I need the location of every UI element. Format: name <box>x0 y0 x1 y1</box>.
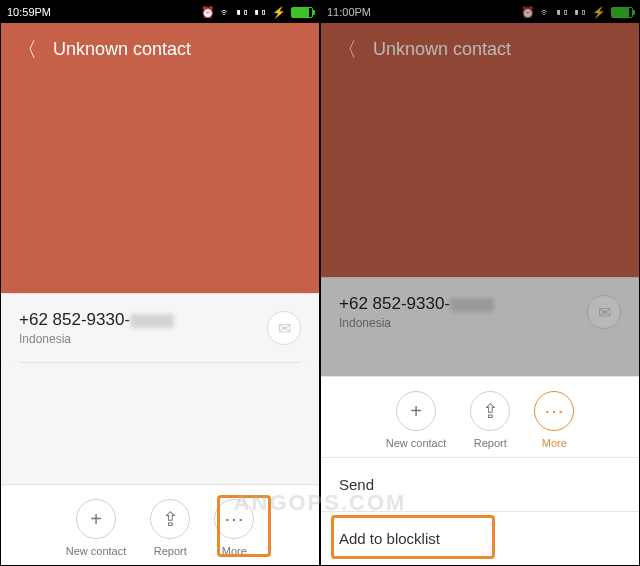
message-icon[interactable]: ✉ <box>267 311 301 345</box>
report-icon: ⇪ <box>150 499 190 539</box>
plus-icon: + <box>396 391 436 431</box>
report-icon: ⇪ <box>470 391 510 431</box>
status-bar: 11:00PM ⏰ ᯤ ▮▯ ▮▯ ⚡ <box>321 1 639 23</box>
status-time: 10:59PM <box>7 6 51 18</box>
menu-send[interactable]: Send <box>321 457 639 511</box>
report-button[interactable]: ⇪ Report <box>470 391 510 449</box>
battery-icon <box>291 7 313 18</box>
back-icon[interactable]: 〈 <box>337 39 357 59</box>
page-title: Unknown contact <box>373 39 511 60</box>
menu-add-blocklist[interactable]: Add to blocklist <box>321 511 639 565</box>
phone-number: +62 852-9330- <box>19 310 174 330</box>
more-menu-sheet: Send Add to blocklist <box>321 457 639 565</box>
bottom-toolbar: + New contact ⇪ Report ⋯ More <box>321 376 639 457</box>
contact-info-row: +62 852-9330- Indonesia ✉ <box>321 277 639 346</box>
right-screenshot: 11:00PM ⏰ ᯤ ▮▯ ▮▯ ⚡ 〈 Unknown contact +6… <box>320 0 640 566</box>
plus-icon: + <box>76 499 116 539</box>
contact-header: 〈 Unknown contact <box>1 23 319 293</box>
status-icons: ⏰ ᯤ ▮▯ ▮▯ ⚡ <box>201 6 287 19</box>
status-icons: ⏰ ᯤ ▮▯ ▮▯ ⚡ <box>521 6 607 19</box>
more-icon: ⋯ <box>214 499 254 539</box>
report-button[interactable]: ⇪ Report <box>150 499 190 557</box>
more-icon: ⋯ <box>534 391 574 431</box>
content-fill <box>1 363 319 484</box>
contact-header: 〈 Unknown contact <box>321 23 639 277</box>
redacted-suffix <box>130 314 174 328</box>
message-icon[interactable]: ✉ <box>587 295 621 329</box>
phone-number: +62 852-9330- <box>339 294 494 314</box>
left-screenshot: 10:59PM ⏰ ᯤ ▮▯ ▮▯ ⚡ 〈 Unknown contact +6… <box>0 0 320 566</box>
country-label: Indonesia <box>339 316 494 330</box>
new-contact-button[interactable]: + New contact <box>386 391 447 449</box>
battery-icon <box>611 7 633 18</box>
contact-info-row: +62 852-9330- Indonesia ✉ <box>1 293 319 362</box>
status-time: 11:00PM <box>327 6 371 18</box>
country-label: Indonesia <box>19 332 174 346</box>
redacted-suffix <box>450 298 494 312</box>
more-button[interactable]: ⋯ More <box>534 391 574 449</box>
status-bar: 10:59PM ⏰ ᯤ ▮▯ ▮▯ ⚡ <box>1 1 319 23</box>
page-title: Unknown contact <box>53 39 191 60</box>
bottom-toolbar: + New contact ⇪ Report ⋯ More <box>1 484 319 565</box>
back-icon[interactable]: 〈 <box>17 39 37 59</box>
more-button[interactable]: ⋯ More <box>214 499 254 557</box>
new-contact-button[interactable]: + New contact <box>66 499 127 557</box>
